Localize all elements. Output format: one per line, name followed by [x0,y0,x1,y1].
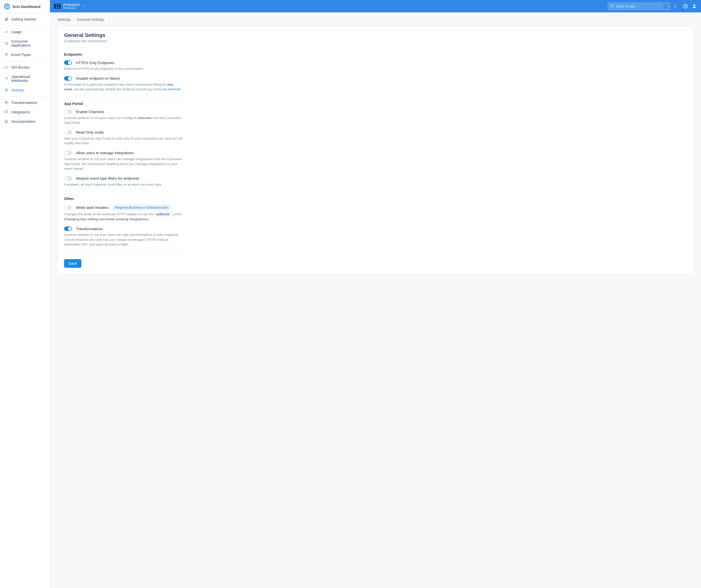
breadcrumb-settings[interactable]: Settings [57,17,71,21]
save-button[interactable]: Save [64,259,81,268]
sidebar-item-label: Documentation [11,120,36,124]
via-webhook-link[interactable]: via webhook [162,87,181,91]
topbar: ★ ★★ ★ Production Production / [50,0,701,12]
section-other-title: Other [64,196,183,201]
divider [64,192,183,192]
divider [64,47,183,48]
desc-disable-on-failure: If messages to a particular endpoint hav… [64,82,183,92]
env-sub: Production [63,7,80,10]
plan-badge: Requires Business or Enterprise plan [113,205,171,210]
sidebar-item-label: Getting Started [11,17,36,21]
sidebar-item-transformations[interactable]: Transformations [0,98,50,108]
sidebar-item-settings[interactable]: Settings [0,85,50,95]
setting-white-label: White label headers Requires Business or… [64,205,183,221]
breadcrumb: Settings › General Settings [57,17,694,21]
setting-read-only: Read Only mode Sets your Consumer App Po… [64,130,183,146]
label-transformations: Transformations [76,227,103,231]
page-title: General Settings [64,32,183,38]
sidebar-item-label: Operational Webhooks [11,75,45,83]
label-enable-channels: Enable Channels [76,110,104,114]
setting-require-filters: Require event type filters for endpoints… [64,176,183,187]
search-icon [610,4,614,9]
chart-icon [4,30,8,34]
label-manage-integrations: Allow users to manage integrations [76,151,134,155]
label-require-filters: Require event type filters for endpoints [76,176,140,180]
toggle-https-only[interactable] [64,60,72,65]
puzzle-icon [4,110,8,114]
content: Settings › General Settings General Sett… [50,12,701,285]
svg-point-20 [694,4,695,6]
desc-manage-integrations: Controls whether or not your users can m… [64,157,183,171]
sidebar-item-api-access[interactable]: API Access [0,63,50,72]
sidebar-item-label: Transformations [11,101,37,105]
user-icon[interactable] [692,3,697,9]
page-subtitle: Customize this environment. [64,39,183,43]
branch-icon [4,101,8,105]
desc-white-label: Changes the prefix of the webhook HTTP h… [64,212,183,221]
book-icon [4,120,8,124]
toggle-white-label [64,205,72,210]
gear-icon [4,88,8,92]
sidebar-item-label: Usage [11,30,22,34]
sidebar-header: Svix Dashboard [0,0,50,13]
sidebar-item-label: Settings [11,88,24,92]
svg-point-16 [611,4,613,7]
desc-https-only: Enforces HTTPS on all endpoints of this … [64,66,183,71]
sidebar-item-event-types[interactable]: Event Types [0,50,50,59]
label-https-only: HTTPS Only Endpoints [76,61,114,65]
toggle-transformations[interactable] [64,226,72,231]
target-icon [4,17,8,21]
main: ★ ★★ ★ Production Production / [50,0,701,588]
sidebar-item-consumer-apps[interactable]: Consumer Applications [0,37,50,50]
sidebar-item-op-webhooks[interactable]: Operational Webhooks [0,72,50,85]
desc-require-filters: If enabled, all new Endpoints must filte… [64,182,183,187]
setting-enable-channels: Enable Channels Controls whether or not … [64,110,183,125]
search-box[interactable]: / [607,2,670,10]
share-icon [4,41,8,45]
chevron-right-icon: › [73,18,74,21]
sidebar-nav: Getting StartedUsageConsumer Application… [0,13,50,128]
label-read-only: Read Only mode [76,130,104,134]
sidebar-item-integrations[interactable]: Integrations [0,108,50,117]
search-input[interactable] [616,4,661,8]
setting-disable-on-failure: Disable endpoint on failure If messages … [64,76,183,92]
toggle-read-only[interactable] [64,130,72,135]
svg-line-17 [613,7,613,7]
arrow-in-icon [4,77,8,81]
help-icon[interactable] [683,3,688,9]
desc-transformations: Controls whether or not your users can a… [64,232,183,247]
toggle-disable-on-failure[interactable] [64,76,72,81]
label-white-label: White label headers [76,205,109,210]
logo-icon [4,3,10,9]
breadcrumb-general[interactable]: General Settings [77,17,104,21]
svg-point-12 [6,89,7,90]
section-app-portal-title: App Portal [64,102,183,106]
sidebar-item-label: Event Types [11,53,31,57]
code-icon [4,65,8,69]
svg-line-8 [6,43,7,44]
app-title: Svix Dashboard [12,4,40,9]
label-disable-on-failure: Disable endpoint on failure [76,76,120,80]
setting-transformations: Transformations Controls whether or not … [64,226,183,247]
section-endpoints-title: Endpoints [64,52,183,56]
divider [64,97,183,97]
sidebar: Svix Dashboard Getting StartedUsageConsu… [0,0,50,588]
sidebar-item-documentation[interactable]: Documentation [0,117,50,126]
sidebar-item-label: Consumer Applications [11,39,45,47]
desc-enable-channels: Controls whether or not your users can c… [64,116,183,125]
dark-mode-icon[interactable] [674,3,679,9]
desc-read-only: Sets your Consumer App Portal to read on… [64,136,183,146]
setting-https-only: HTTPS Only Endpoints Enforces HTTPS on a… [64,60,183,71]
sidebar-item-getting-started[interactable]: Getting Started [0,15,50,24]
eu-flag-icon: ★ ★★ ★ [54,4,61,9]
settings-card: General Settings Customize this environm… [57,26,694,275]
toggle-require-filters[interactable] [64,176,72,181]
env-switcher[interactable]: ★ ★★ ★ Production Production [54,3,86,10]
search-kbd: / [663,4,668,8]
toggle-enable-channels[interactable] [64,110,72,114]
svg-line-7 [6,42,7,43]
sidebar-item-usage[interactable]: Usage [0,27,50,37]
toggle-manage-integrations[interactable] [64,151,72,155]
chevron-down-icon [82,4,86,8]
sidebar-item-label: API Access [11,65,29,69]
